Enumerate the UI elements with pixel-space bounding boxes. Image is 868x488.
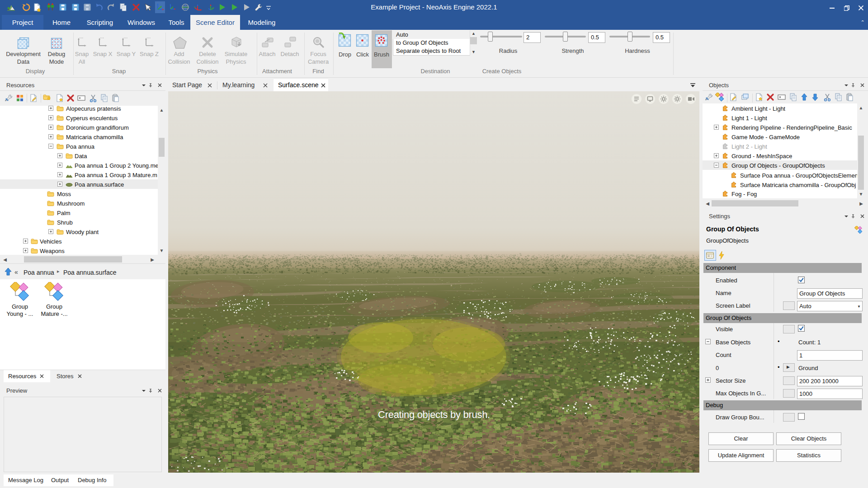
svg-text:Creating objects by brush.: Creating objects by brush. bbox=[378, 409, 490, 420]
